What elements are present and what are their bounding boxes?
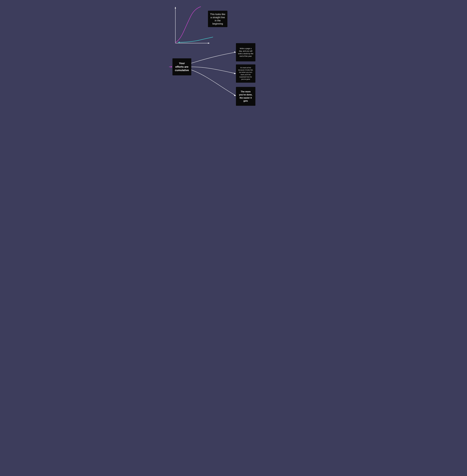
card-page-a-day-text: Write a page a day, and you will write a… xyxy=(238,47,253,57)
card-hard-at-first: It's hard at first because it looks flat… xyxy=(236,64,255,83)
svg-marker-7 xyxy=(234,51,236,53)
svg-marker-6 xyxy=(171,66,172,68)
svg-marker-3 xyxy=(208,43,210,44)
card-hard-at-first-text: It's hard at first because it looks flat… xyxy=(238,67,253,80)
card-straight-line-text: This looks like a straight line in the b… xyxy=(210,13,225,25)
card-page-a-day: Write a page a day, and you will write a… xyxy=(236,43,255,61)
card-straight-line: This looks like a straight line in the b… xyxy=(208,11,227,27)
svg-marker-9 xyxy=(234,95,236,96)
card-efforts-text: Your efforts are cumulative xyxy=(174,62,189,72)
card-more-youve-done: The more you've done, the easier it gets xyxy=(236,87,255,106)
svg-marker-8 xyxy=(234,73,236,74)
svg-marker-4 xyxy=(178,42,180,43)
card-efforts: Your efforts are cumulative xyxy=(172,58,191,75)
svg-marker-1 xyxy=(175,7,176,9)
main-canvas: This looks like a straight line in the b… xyxy=(168,0,299,131)
card-more-youve-done-text: The more you've done, the easier it gets xyxy=(238,90,253,102)
